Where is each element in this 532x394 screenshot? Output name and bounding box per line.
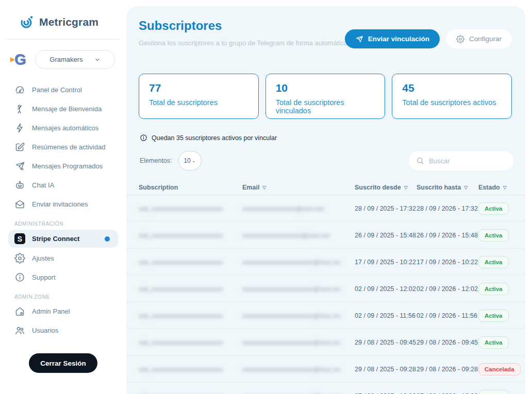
workspace-selector[interactable]: Gramakers (35, 50, 115, 69)
table-row[interactable]: sub_xxxxxxxxxxxxxxxxxxxxxxxx xxxxxxxxxxx… (126, 221, 525, 248)
subscription-id: sub_xxxxxxxxxxxxxxxxxxxxxxxx (139, 232, 237, 238)
info-icon (140, 134, 147, 142)
status-badge: Activa (478, 336, 509, 349)
metricgram-logo-icon (19, 14, 34, 30)
page-size-value: 10 (184, 157, 191, 164)
sidebar-item-admin-panel[interactable]: Admin Panel (0, 302, 126, 321)
subscribed-from: 27 / 08 / 2025 - 13:26 (355, 392, 417, 394)
lightning-icon (14, 123, 25, 133)
stat-label: Total de suscriptores activos (402, 98, 502, 107)
sort-icon[interactable]: ▽ (503, 185, 507, 190)
subscriber-email: xxxxxxxxxxxxxxxxxxxxxxxx@xxxx.xxx (242, 313, 340, 319)
sidebar-item-mensajes-automaticos[interactable]: Mensajes automáticos (0, 118, 126, 138)
sidebar-item-label: Support (32, 273, 56, 281)
stat-card-active: 45 Total de suscriptores activos (392, 74, 512, 119)
subscriber-email: xxxxxxxxxxxxxxxxxxxxxxxx@xxxx.xxx (242, 286, 340, 292)
subscription-id: sub_xxxxxxxxxxxxxxxxxxxxxxxx (139, 366, 237, 372)
subscription-id: sub_xxxxxxxxxxxxxxxxxxxxxxxx (139, 259, 237, 265)
sidebar-item-label: Chat IA (32, 181, 54, 189)
avatar-arrow-icon (10, 57, 15, 62)
table-row[interactable]: sub_xxxxxxxxxxxxxxxxxxxxxxxx xxxxxxxxxxx… (126, 329, 525, 355)
table-row[interactable]: sub_xxxxxxxxxxxxxxxxxxxxxxxx xxxxxxxxxxx… (126, 195, 525, 221)
sidebar-item-chat-ia[interactable]: Chat IA (0, 176, 126, 195)
column-header-subscription[interactable]: Subscription (139, 184, 242, 191)
workspace-name: Gramakers (49, 56, 82, 63)
subscribed-from: 29 / 08 / 2025 - 09:28 (355, 366, 417, 373)
sidebar-item-enviar-invitaciones[interactable]: Enviar invitaciones (0, 195, 126, 214)
search-box[interactable] (409, 151, 513, 170)
page-size-select[interactable]: 10 ⌄ (178, 151, 202, 170)
sidebar-item-label: Mensajes Programados (32, 162, 103, 170)
info-icon (14, 272, 25, 283)
paper-plane-icon (355, 35, 363, 43)
table-row[interactable]: sub_xxxxxxxxxxxxxxxxxxxxxxxx xxxxxxxxxxx… (126, 355, 525, 382)
sort-icon[interactable]: ▽ (404, 185, 408, 190)
edit-icon (14, 142, 25, 152)
column-header-suscrito-hasta[interactable]: Suscrito hasta ▽ (417, 184, 478, 191)
sort-icon[interactable]: ▽ (464, 185, 468, 190)
stripe-icon: S (14, 233, 25, 244)
table-row[interactable]: sub_xxxxxxxxxxxxxxxxxxxxxxxx xxxxxxxxxxx… (126, 275, 525, 302)
notification-dot (105, 236, 110, 242)
sidebar-item-label: Mensajes automáticos (32, 124, 98, 132)
table-body: sub_xxxxxxxxxxxxxxxxxxxxxxxx xxxxxxxxxxx… (126, 195, 525, 394)
section-admin-zone: ADMIN ZONE (14, 294, 126, 300)
sidebar-item-label: Usuarios (32, 327, 58, 334)
search-input[interactable] (429, 157, 501, 165)
subscribed-until: 17 / 09 / 2026 - 10:22 (417, 259, 478, 266)
gauge-icon (14, 84, 25, 95)
sidebar-item-label: Enviar invitaciones (32, 200, 88, 208)
sidebar-item-label: Mensaje de Bienvenida (32, 105, 102, 113)
subscribed-from: 02 / 09 / 2025 - 12:02 (355, 285, 417, 293)
send-link-button[interactable]: Enviar vinculación (345, 29, 440, 48)
sidebar-item-support[interactable]: Support (0, 268, 126, 287)
sidebar-menu: Panel de Control Mensaje de Bienvenida M… (0, 80, 126, 340)
sidebar-item-resumenes-actividad[interactable]: Resúmenes de actividad (0, 138, 126, 157)
configure-label: Configurar (469, 35, 502, 43)
subscribed-from: 17 / 09 / 2025 - 10:22 (355, 259, 417, 266)
stat-card-total: 77 Total de suscriptores (139, 74, 259, 119)
status-badge: Activa (478, 283, 509, 295)
stat-value: 10 (276, 82, 375, 94)
table-row[interactable]: sub_xxxxxxxxxxxxxxxxxxxxxxxx xxxxxxxxxxx… (126, 302, 525, 329)
status-badge: Cancelada (478, 363, 521, 375)
configure-button[interactable]: Configurar (446, 29, 512, 48)
sidebar-item-stripe-connect[interactable]: S Stripe Connect (8, 230, 118, 248)
person-wave-icon (14, 104, 25, 114)
table-header: Subscription Email ▽ Suscrito desde ▽ Su… (126, 180, 525, 195)
sort-icon[interactable]: ▽ (262, 185, 266, 190)
subscribed-until: 26 / 09 / 2026 - 15:48 (417, 232, 478, 239)
home-gear-icon (14, 306, 25, 317)
sidebar-item-mensaje-bienvenida[interactable]: Mensaje de Bienvenida (0, 99, 126, 118)
elements-label: Elementos: (140, 157, 172, 164)
sidebar-item-ajustes[interactable]: Ajustes (0, 249, 126, 268)
sidebar-item-panel-de-control[interactable]: Panel de Control (0, 80, 126, 99)
app-logo: Metricgram (19, 14, 126, 30)
subscribed-until: 28 / 09 / 2026 - 17:32 (417, 205, 478, 212)
table-row[interactable]: sub_xxxxxxxxxxxxxxxxxxxxxxxx xxxxxxxxxxx… (126, 248, 525, 275)
subscribed-from: 28 / 09 / 2025 - 17:32 (355, 205, 417, 212)
status-badge: Activa (478, 390, 509, 394)
column-header-estado[interactable]: Estado ▽ (478, 184, 512, 191)
chevron-down-icon (94, 57, 101, 63)
app-name: Metricgram (39, 16, 98, 28)
subscriber-email: xxxxxxxxxxxxxxxxxx@xxxx.xxx (242, 205, 340, 212)
users-icon (14, 325, 25, 336)
sidebar-item-label: Resúmenes de actividad (32, 143, 105, 151)
subscribers-table: Subscription Email ▽ Suscrito desde ▽ Su… (126, 180, 525, 394)
column-header-email[interactable]: Email ▽ (242, 184, 355, 191)
status-badge: Activa (478, 310, 509, 322)
sidebar-item-label: Ajustes (32, 254, 54, 262)
subscribed-until: 02 / 09 / 2026 - 12:02 (417, 285, 478, 293)
logout-button[interactable]: Cerrar Sesión (29, 353, 97, 373)
stat-label: Total de suscriptores vinculados (276, 98, 375, 115)
sidebar-item-usuarios[interactable]: Usuarios (0, 321, 126, 340)
status-badge: Activa (478, 256, 509, 268)
subscriber-email: xxxxxxxxxxxxxxxxxxxxxxxx@xxxx.xxx (242, 259, 340, 265)
send-link-label: Enviar vinculación (368, 35, 429, 43)
sidebar-item-mensajes-programados[interactable]: Mensajes Programados (0, 157, 126, 176)
table-row[interactable]: sub_xxxxxxxxxxxxxxxxxxxxxxxx xxxxxxxxxxx… (126, 382, 525, 394)
subscribed-until: 29 / 08 / 2026 - 09:45 (417, 339, 478, 346)
column-header-suscrito-desde[interactable]: Suscrito desde ▽ (355, 184, 417, 191)
subscription-id: sub_xxxxxxxxxxxxxxxxxxxxxxxx (139, 339, 237, 346)
